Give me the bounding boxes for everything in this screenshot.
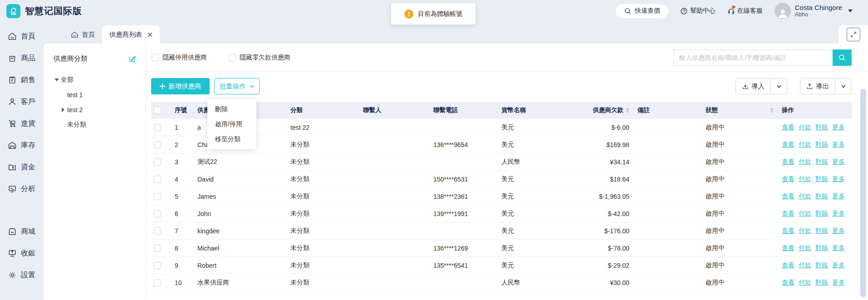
search-input[interactable] (673, 49, 833, 66)
row-action-view[interactable]: 查看 (782, 175, 794, 183)
row-action-pay[interactable]: 付款 (799, 175, 811, 183)
row-action-pay[interactable]: 付款 (799, 123, 811, 132)
row-action-reconcile[interactable]: 對賬 (815, 175, 828, 183)
sidebar-item-funds[interactable]: 資金 (0, 156, 44, 178)
row-action-pay[interactable]: 付款 (799, 261, 811, 270)
row-action-view[interactable]: 查看 (782, 123, 794, 132)
row-action-reconcile[interactable]: 對賬 (815, 192, 828, 201)
sidebar-item-sales[interactable]: 銷售 (0, 69, 44, 91)
batch-operations-button[interactable]: 批量操作 (214, 78, 260, 94)
row-checkbox[interactable] (154, 262, 161, 269)
row-action-pay[interactable]: 付款 (799, 244, 811, 252)
row-action-pay[interactable]: 付款 (799, 210, 811, 218)
tree-item-uncategorized[interactable]: 未分類 (54, 117, 137, 132)
row-action-view[interactable]: 查看 (782, 158, 794, 166)
row-action-more[interactable]: 更多 (832, 261, 845, 270)
row-checkbox[interactable] (154, 176, 161, 183)
cell-actions: 查看付款對賬更多 (778, 244, 852, 252)
row-action-more[interactable]: 更多 (832, 175, 845, 183)
row-action-pay[interactable]: 付款 (799, 141, 811, 149)
row-checkbox[interactable] (154, 210, 161, 217)
filter-row: 隱藏停用供應商 隱藏零欠款供應商 (146, 44, 868, 72)
row-checkbox[interactable] (154, 245, 161, 252)
sidebar-item-settings[interactable]: 設置 (0, 264, 44, 286)
col-serial: 序號 (171, 106, 194, 114)
import-more-button[interactable] (771, 78, 787, 94)
row-action-more[interactable]: 更多 (832, 123, 845, 132)
search-button[interactable] (833, 49, 852, 66)
close-icon[interactable] (147, 32, 152, 37)
menu-item-delete[interactable]: 刪除 (207, 102, 256, 117)
row-action-pay[interactable]: 付款 (799, 192, 811, 201)
edit-category-icon[interactable] (128, 55, 137, 63)
filter-hide-disabled[interactable]: 隱藏停用供應商 (152, 54, 207, 62)
row-action-reconcile[interactable]: 對賬 (815, 227, 828, 235)
filter-hide-zero-debt[interactable]: 隱藏零欠款供應商 (229, 54, 290, 62)
hide-zero-debt-checkbox[interactable] (229, 54, 236, 61)
row-action-pay[interactable]: 付款 (799, 158, 811, 166)
sidebar-item-analytics[interactable]: 分析 (0, 178, 44, 200)
tab-supplier-list[interactable]: 供應商列表 (102, 25, 160, 44)
row-action-more[interactable]: 更多 (832, 141, 845, 149)
sidebar-item-purchasing[interactable]: 進貨 (0, 113, 44, 134)
row-action-more[interactable]: 更多 (832, 158, 845, 166)
home-icon (71, 31, 78, 39)
row-action-more[interactable]: 更多 (832, 210, 845, 218)
select-all-checkbox[interactable] (154, 107, 161, 114)
import-button[interactable]: 導入 (736, 78, 771, 94)
add-supplier-button[interactable]: 新增供應商 (151, 78, 210, 94)
row-action-more[interactable]: 更多 (832, 227, 845, 235)
vertical-scrollbar[interactable] (860, 89, 866, 297)
sort-status-icon[interactable] (770, 108, 774, 113)
row-checkbox[interactable] (154, 158, 161, 166)
sidebar-item-inventory[interactable]: 庫存 (0, 134, 44, 156)
row-action-reconcile[interactable]: 對賬 (815, 244, 828, 252)
row-checkbox[interactable] (154, 193, 161, 200)
menu-item-enable-disable[interactable]: 啟用/停用 (207, 117, 256, 132)
row-action-view[interactable]: 查看 (782, 210, 794, 218)
row-action-reconcile[interactable]: 對賬 (815, 123, 828, 132)
hide-disabled-checkbox[interactable] (152, 54, 159, 61)
row-action-reconcile[interactable]: 對賬 (815, 261, 828, 270)
sort-debt-icon[interactable] (626, 108, 629, 113)
row-action-more[interactable]: 更多 (832, 192, 845, 201)
row-action-view[interactable]: 查看 (782, 192, 794, 201)
fullscreen-button[interactable] (847, 28, 860, 41)
tree-item-all[interactable]: 全部 (54, 72, 137, 87)
row-checkbox[interactable] (154, 279, 161, 286)
quick-quote-button[interactable]: 快速查價 (616, 4, 668, 18)
user-menu[interactable]: Costa Chingore Abho (775, 3, 853, 19)
row-action-pay[interactable]: 付款 (799, 227, 811, 235)
chevron-down-icon[interactable] (54, 79, 60, 81)
export-more-button[interactable] (835, 78, 852, 94)
row-checkbox[interactable] (154, 124, 161, 131)
tree-item-test1[interactable]: test 1 (54, 87, 137, 102)
row-action-more[interactable]: 更多 (832, 279, 845, 287)
row-checkbox[interactable] (154, 141, 161, 148)
menu-item-move-to-category[interactable]: 移至分類 (207, 132, 256, 147)
export-button[interactable]: 導出 (800, 78, 835, 94)
row-action-view[interactable]: 查看 (782, 141, 794, 149)
sidebar-item-mall[interactable]: 商城 (0, 221, 44, 242)
tab-home[interactable]: 首頁 (64, 25, 102, 44)
row-action-pay[interactable]: 付款 (799, 279, 811, 287)
sidebar-item-cashier[interactable]: 收銀 (0, 242, 44, 264)
cell-status: 啟用中 (702, 175, 778, 183)
row-action-view[interactable]: 查看 (782, 227, 794, 235)
row-action-reconcile[interactable]: 對賬 (815, 210, 828, 218)
sidebar-item-home[interactable]: 首頁 (0, 25, 44, 47)
row-action-reconcile[interactable]: 對賬 (815, 279, 828, 287)
row-action-view[interactable]: 查看 (782, 244, 794, 252)
sidebar-item-customers[interactable]: 客戶 (0, 91, 44, 113)
help-center-link[interactable]: 幫助中心 (680, 7, 716, 15)
row-action-view[interactable]: 查看 (782, 261, 794, 270)
chevron-right-icon[interactable] (60, 108, 66, 112)
row-action-view[interactable]: 查看 (782, 279, 794, 287)
tree-item-test2[interactable]: test 2 (54, 102, 137, 117)
online-service-link[interactable]: 在線客服 (727, 7, 763, 15)
row-action-reconcile[interactable]: 對賬 (815, 141, 828, 149)
row-action-more[interactable]: 更多 (832, 244, 845, 252)
row-action-reconcile[interactable]: 對賬 (815, 158, 828, 166)
row-checkbox[interactable] (154, 227, 161, 235)
sidebar-item-products[interactable]: 商品 (0, 47, 44, 69)
